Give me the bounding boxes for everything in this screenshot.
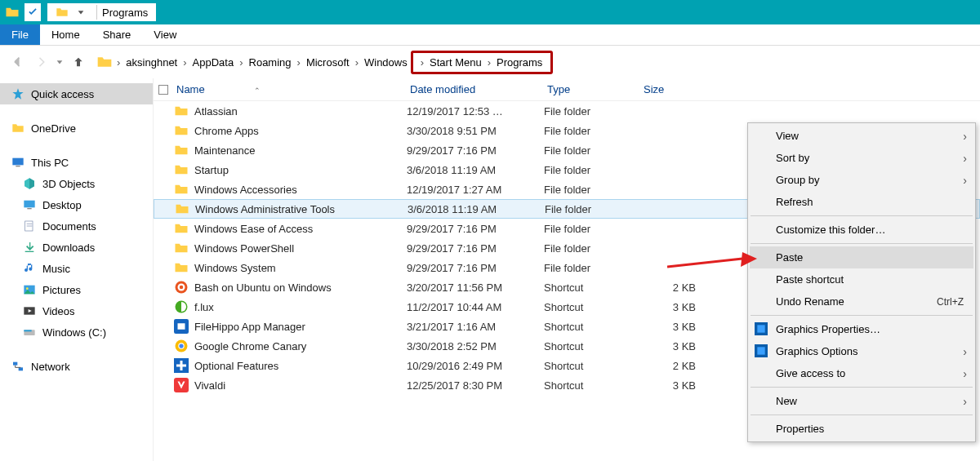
quick-access-dropdown-icon[interactable] (74, 3, 88, 21)
sidebar-item-this-pc[interactable]: This PC (0, 152, 153, 173)
sidebar-item-windows-c-[interactable]: Windows (C:) (0, 321, 153, 343)
chevron-right-icon: › (963, 345, 967, 358)
ctx-group-by[interactable]: Group by› (750, 169, 973, 191)
date-modified: 9/29/2017 7:16 PM (407, 144, 544, 157)
column-date-modified[interactable]: Date modified (410, 83, 547, 95)
sidebar-item-network[interactable]: Network (0, 356, 153, 377)
file-type: Shortcut (544, 281, 640, 294)
chevron-right-icon[interactable]: › (353, 56, 361, 69)
navigation-pane: Quick access OneDrive This PC 3D Objects… (0, 78, 154, 461)
select-all-checkbox[interactable] (158, 85, 168, 95)
ctx-graphics-options[interactable]: Graphics Options› (750, 340, 973, 362)
file-name: Windows Accessories (194, 184, 407, 196)
separator (751, 387, 973, 388)
sidebar-item-downloads[interactable]: Downloads (0, 237, 153, 258)
crumb[interactable]: Windows (361, 55, 411, 70)
quick-access-check-icon[interactable] (24, 3, 41, 21)
ctx-view[interactable]: View› (750, 125, 973, 147)
date-modified: 3/30/2018 2:52 PM (407, 340, 544, 352)
sidebar-item-music[interactable]: Music (0, 258, 153, 279)
svg-rect-14 (19, 367, 23, 370)
crumb[interactable]: AppData (189, 55, 238, 70)
chevron-right-icon[interactable]: › (180, 56, 189, 69)
file-size: 3 KB (640, 379, 696, 392)
ctx-new[interactable]: New› (750, 390, 973, 412)
file-size: 3 KB (640, 340, 696, 352)
file-type: File folder (545, 203, 641, 215)
sidebar-item-videos[interactable]: Videos (0, 300, 153, 321)
tab-home[interactable]: Home (40, 24, 91, 45)
chevron-right-icon[interactable]: › (295, 56, 303, 69)
highlighted-breadcrumb: › Start Menu › Programs (411, 51, 554, 74)
back-button[interactable] (8, 52, 28, 72)
svg-rect-2 (24, 201, 34, 208)
svg-rect-31 (757, 347, 764, 354)
app-icon (173, 338, 189, 354)
date-modified: 12/19/2017 1:27 AM (407, 184, 544, 196)
crumb[interactable]: Start Menu (426, 55, 485, 70)
crumb[interactable]: aksinghnet (122, 55, 180, 70)
ctx-sort-by[interactable]: Sort by› (750, 147, 973, 169)
app-icon (173, 299, 189, 315)
folder-icon (173, 122, 189, 139)
tab-view[interactable]: View (142, 24, 188, 45)
table-row[interactable]: Atlassian12/19/2017 12:53 …File folder (154, 101, 980, 121)
sidebar-item-label: OneDrive (31, 122, 76, 135)
ctx-paste[interactable]: Paste (750, 246, 973, 268)
chevron-right-icon[interactable]: › (485, 56, 493, 69)
chevron-right-icon: › (963, 152, 967, 165)
column-name[interactable]: Name⌃ (173, 83, 410, 95)
ctx-paste-shortcut[interactable]: Paste shortcut (750, 268, 973, 290)
sidebar-item-3d-objects[interactable]: 3D Objects (0, 173, 153, 194)
date-modified: 3/30/2018 9:51 PM (407, 125, 544, 137)
breadcrumb[interactable]: › aksinghnet › AppData › Roaming › Micro… (95, 51, 553, 74)
up-button[interactable] (69, 52, 88, 72)
column-type[interactable]: Type (547, 83, 644, 95)
svg-rect-1 (16, 166, 20, 166)
ctx-customize-folder[interactable]: Customize this folder… (750, 219, 973, 241)
crumb[interactable]: Roaming (246, 55, 295, 70)
titlebar-folder-icon (56, 6, 69, 19)
sidebar-item-documents[interactable]: Documents (0, 215, 153, 237)
file-name: Windows PowerShell (194, 242, 407, 255)
folder-type-icon (23, 177, 36, 190)
ctx-properties[interactable]: Properties (750, 418, 973, 440)
sort-indicator-icon: ⌃ (254, 86, 261, 95)
svg-rect-7 (25, 251, 34, 252)
separator (751, 215, 973, 216)
chevron-right-icon[interactable]: › (418, 56, 426, 69)
sidebar-item-desktop[interactable]: Desktop (0, 194, 153, 215)
titlebar: Programs (0, 0, 980, 24)
chevron-right-icon[interactable]: › (237, 56, 245, 69)
file-name: FileHippo App Manager (194, 321, 407, 333)
chevron-right-icon[interactable]: › (114, 56, 122, 69)
column-headers: Name⌃ Date modified Type Size (154, 78, 980, 101)
file-name: Atlassian (194, 105, 407, 117)
ctx-give-access-to[interactable]: Give access to› (750, 362, 973, 384)
file-size: 3 KB (640, 301, 696, 313)
app-icon (173, 377, 189, 393)
file-type: File folder (544, 262, 640, 274)
date-modified: 3/20/2017 11:56 PM (407, 281, 544, 294)
tab-file[interactable]: File (0, 24, 40, 45)
column-size[interactable]: Size (644, 83, 709, 95)
ctx-refresh[interactable]: Refresh (750, 191, 973, 213)
file-type: Shortcut (544, 301, 640, 313)
forward-button[interactable] (31, 52, 51, 72)
file-type: File folder (544, 184, 640, 196)
date-modified: 3/6/2018 11:19 AM (407, 164, 544, 176)
svg-point-23 (179, 344, 183, 348)
sidebar-item-quick-access[interactable]: Quick access (0, 83, 153, 104)
sidebar-item-label: Videos (42, 305, 75, 317)
ctx-undo-rename[interactable]: Undo RenameCtrl+Z (750, 290, 973, 313)
file-type: File folder (544, 105, 640, 117)
svg-rect-3 (27, 208, 31, 209)
sidebar-item-onedrive[interactable]: OneDrive (0, 117, 153, 139)
tab-share[interactable]: Share (91, 24, 143, 45)
breadcrumb-root-icon (96, 54, 113, 70)
crumb[interactable]: Programs (493, 55, 546, 70)
ctx-graphics-properties[interactable]: Graphics Properties… (750, 318, 973, 340)
crumb[interactable]: Microsoft (303, 55, 353, 70)
recent-dropdown-icon[interactable] (54, 52, 65, 72)
sidebar-item-pictures[interactable]: Pictures (0, 279, 153, 300)
